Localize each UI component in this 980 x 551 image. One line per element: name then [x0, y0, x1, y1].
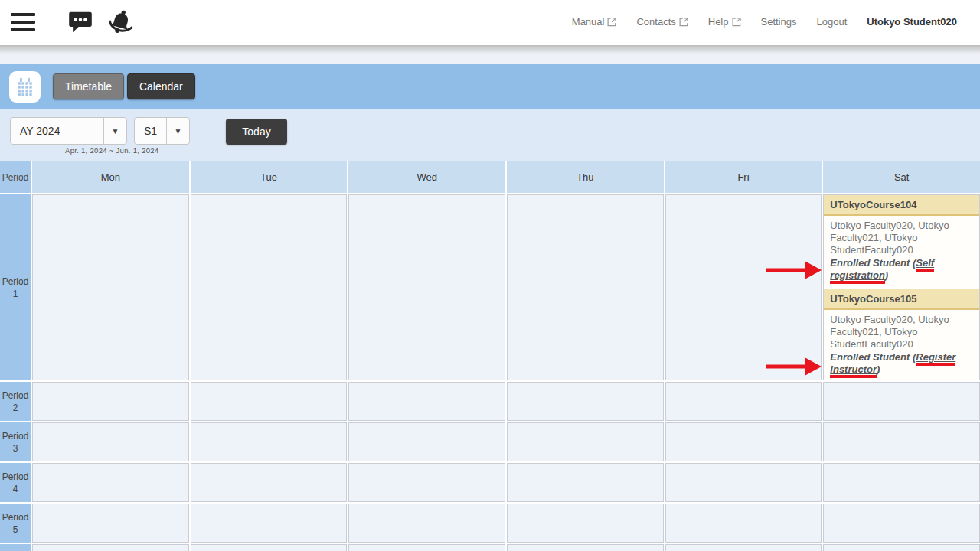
- timetable-cell: [665, 544, 822, 551]
- calendar-app-icon: [9, 71, 41, 103]
- today-button[interactable]: Today: [226, 119, 287, 145]
- enrollment-status: Enrolled Student (Register instructor): [830, 351, 973, 376]
- period-label-5: Period 5: [0, 504, 31, 543]
- timetable-cell: [191, 544, 348, 551]
- day-header-sat: Sat: [823, 161, 980, 193]
- day-header-mon: Mon: [32, 161, 189, 193]
- hamburger-menu-icon[interactable]: [11, 13, 35, 31]
- top-nav: Manual Contacts Help Settings: [572, 16, 980, 28]
- course-title: UTokyoCourse104: [824, 195, 979, 216]
- timetable-cell: [507, 382, 664, 421]
- day-header-wed: Wed: [348, 161, 505, 193]
- day-header-fri: Fri: [665, 161, 822, 193]
- timetable-cell: [32, 544, 189, 551]
- period-label-2: Period 2: [0, 382, 31, 421]
- period-label-4: Period 4: [0, 463, 31, 502]
- timetable-cell: [191, 463, 348, 502]
- period-label-3: Period 3: [0, 422, 31, 461]
- tab-calendar[interactable]: Calendar: [127, 73, 195, 99]
- timetable-cell: [507, 544, 664, 551]
- nav-link-logout[interactable]: Logout: [816, 16, 847, 28]
- academic-year-select[interactable]: AY 2024 ▼: [10, 117, 127, 145]
- timetable-cell: [507, 463, 664, 502]
- timetable-cell: [191, 194, 348, 380]
- nav-link-help[interactable]: Help: [708, 16, 741, 28]
- timetable-cell: [32, 422, 189, 461]
- period-label-6: Period 6: [0, 544, 31, 551]
- timetable-cell: [348, 194, 505, 380]
- timetable-cell: [823, 382, 980, 421]
- chevron-down-icon: ▼: [166, 118, 189, 144]
- period-label-1: Period 1: [0, 194, 31, 380]
- period-column-header: Period: [0, 161, 31, 193]
- timetable-cell-sat-period1: UTokyoCourse104 Utokyo Faculty020, Utoky…: [823, 194, 980, 380]
- day-header-tue: Tue: [191, 161, 348, 193]
- external-link-icon: [679, 18, 688, 27]
- timetable-cell: [32, 463, 189, 502]
- term-value: S1: [135, 125, 166, 137]
- term-select[interactable]: S1 ▼: [134, 117, 190, 145]
- timetable-cell: [823, 422, 980, 461]
- timetable-cell: [665, 504, 822, 543]
- timetable-cell: [507, 504, 664, 543]
- timetable-cell: [665, 422, 822, 461]
- timetable-cell: [32, 194, 189, 380]
- timetable-cell: [348, 422, 505, 461]
- course-title: UTokyoCourse105: [824, 289, 979, 310]
- timetable-cell: [665, 382, 822, 421]
- course-card[interactable]: UTokyoCourse104 Utokyo Faculty020, Utoky…: [824, 195, 979, 287]
- header-shadow-strip: [0, 45, 980, 64]
- timetable-cell: [191, 504, 348, 543]
- nav-link-settings[interactable]: Settings: [761, 16, 797, 28]
- user-name: Utokyo Student020: [867, 16, 957, 28]
- timetable-cell: [348, 544, 505, 551]
- notification-bell-icon[interactable]: [107, 9, 135, 35]
- timetable-cell: [191, 422, 348, 461]
- timetable-cell: [823, 504, 980, 543]
- day-header-thu: Thu: [507, 161, 664, 193]
- timetable-cell: [507, 422, 664, 461]
- chat-icon[interactable]: [67, 10, 93, 34]
- timetable-cell: [348, 504, 505, 543]
- timetable-cell: [665, 194, 822, 380]
- timetable-cell: [32, 504, 189, 543]
- timetable-cell: [348, 463, 505, 502]
- timetable-cell: [665, 463, 822, 502]
- enrollment-status: Enrolled Student (Self registration): [830, 257, 973, 282]
- course-instructors: Utokyo Faculty020, Utokyo Faculty021, UT…: [830, 220, 949, 256]
- chevron-down-icon: ▼: [103, 118, 126, 144]
- timetable-cell: [823, 463, 980, 502]
- tab-timetable[interactable]: Timetable: [53, 73, 124, 99]
- course-card[interactable]: UTokyoCourse105 Utokyo Faculty020, Utoky…: [824, 289, 979, 380]
- academic-year-value: AY 2024: [11, 125, 103, 137]
- date-range-label: Apr. 1, 2024 ~ Jun. 1, 2024: [65, 146, 158, 155]
- external-link-icon: [607, 18, 616, 27]
- view-toggle-band: Timetable Calendar: [0, 64, 980, 109]
- top-bar: Manual Contacts Help Settings: [0, 0, 980, 44]
- timetable-grid: Period Mon Tue Wed Thu Fri Sat Period 1 …: [0, 161, 980, 551]
- timetable-cell: [348, 382, 505, 421]
- course-instructors: Utokyo Faculty020, Utokyo Faculty021, UT…: [830, 314, 949, 350]
- timetable-cell: [191, 382, 348, 421]
- filter-bar: AY 2024 ▼ S1 ▼ Today Apr. 1, 2024 ~ Jun.…: [0, 109, 980, 161]
- timetable-cell: [32, 382, 189, 421]
- nav-link-manual[interactable]: Manual: [572, 16, 617, 28]
- external-link-icon: [732, 18, 741, 27]
- timetable-cell: [823, 544, 980, 551]
- timetable-cell: [507, 194, 664, 380]
- nav-link-contacts[interactable]: Contacts: [636, 16, 688, 28]
